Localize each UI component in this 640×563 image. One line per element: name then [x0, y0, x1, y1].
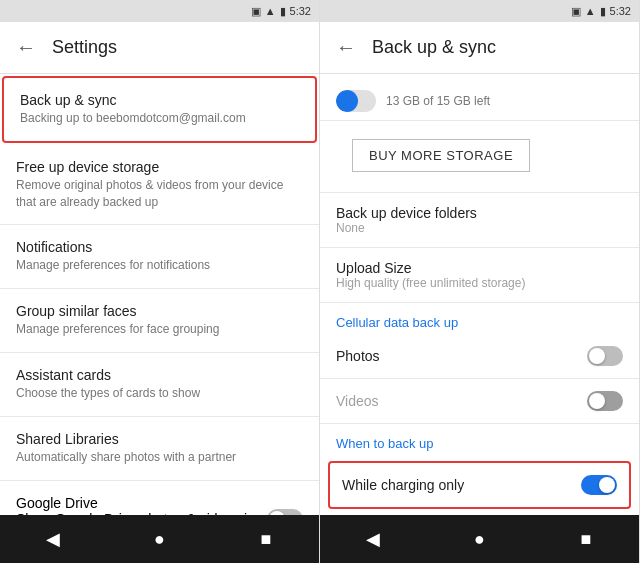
backup-subtitle: Backing up to beebomdotcom@gmail.com — [20, 110, 299, 127]
while-charging-toggle[interactable] — [581, 475, 617, 495]
assistant-subtitle: Choose the types of cards to show — [16, 385, 303, 402]
left-panel: ▣ ▲ ▮ 5:32 ← Settings Back up & sync Bac… — [0, 0, 320, 563]
left-content: Back up & sync Backing up to beebomdotco… — [0, 74, 319, 515]
videos-label: Videos — [336, 393, 379, 409]
free-up-title: Free up device storage — [16, 159, 303, 175]
right-nav-home[interactable]: ● — [459, 519, 499, 559]
notifications-subtitle: Manage preferences for notifications — [16, 257, 303, 274]
settings-item-assistant[interactable]: Assistant cards Choose the types of card… — [0, 353, 319, 417]
cellular-section-label: Cellular data back up — [320, 303, 639, 334]
right-nav-recent[interactable]: ■ — [566, 519, 606, 559]
settings-item-free-up[interactable]: Free up device storage Remove original p… — [0, 145, 319, 226]
libraries-subtitle: Automatically share photos with a partne… — [16, 449, 303, 466]
right-battery-icon: ▮ — [600, 5, 606, 18]
right-status-icons: ▣ ▲ ▮ 5:32 — [571, 5, 631, 18]
right-sim-icon: ▣ — [571, 5, 581, 18]
free-up-subtitle: Remove original photos & videos from you… — [16, 177, 303, 211]
upload-size-value: High quality (free unlimited storage) — [336, 276, 525, 290]
left-nav-recent[interactable]: ■ — [246, 519, 286, 559]
photos-row[interactable]: Photos — [320, 334, 639, 379]
left-title: Settings — [52, 37, 117, 58]
storage-visual — [336, 90, 376, 112]
buy-storage-button[interactable]: BUY MORE STORAGE — [352, 139, 530, 172]
settings-item-libraries[interactable]: Shared Libraries Automatically share pho… — [0, 417, 319, 481]
photos-label: Photos — [336, 348, 380, 364]
storage-section: 13 GB of 15 GB left — [320, 74, 639, 121]
left-nav-bar: ◀ ● ■ — [0, 515, 319, 563]
backup-folders-value: None — [336, 221, 477, 235]
left-header: ← Settings — [0, 22, 319, 74]
battery-icon: ▮ — [280, 5, 286, 18]
backup-folders-row[interactable]: Back up device folders None — [320, 193, 639, 248]
right-panel: ▣ ▲ ▮ 5:32 ← Back up & sync 13 GB of 15 … — [320, 0, 640, 563]
right-header: ← Back up & sync — [320, 22, 639, 74]
notifications-title: Notifications — [16, 239, 303, 255]
right-status-bar: ▣ ▲ ▮ 5:32 — [320, 0, 639, 22]
while-charging-knob — [599, 477, 615, 493]
drive-toggle[interactable] — [267, 509, 303, 515]
upload-size-title: Upload Size — [336, 260, 525, 276]
faces-subtitle: Manage preferences for face grouping — [16, 321, 303, 338]
status-icons: ▣ ▲ ▮ 5:32 — [251, 5, 311, 18]
settings-item-backup[interactable]: Back up & sync Backing up to beebomdotco… — [2, 76, 317, 143]
right-content: 13 GB of 15 GB left BUY MORE STORAGE Bac… — [320, 74, 639, 515]
right-time: 5:32 — [610, 5, 631, 17]
right-back-button[interactable]: ← — [336, 36, 356, 59]
photos-toggle-knob — [589, 348, 605, 364]
videos-row[interactable]: Videos — [320, 379, 639, 424]
right-title: Back up & sync — [372, 37, 496, 58]
time-left: 5:32 — [290, 5, 311, 17]
wifi-icon: ▲ — [265, 5, 276, 17]
when-section-label: When to back up — [320, 424, 639, 455]
backup-title: Back up & sync — [20, 92, 299, 108]
upload-size-row[interactable]: Upload Size High quality (free unlimited… — [320, 248, 639, 303]
right-nav-back[interactable]: ◀ — [353, 519, 393, 559]
assistant-title: Assistant cards — [16, 367, 303, 383]
while-charging-row[interactable]: While charging only — [328, 461, 631, 509]
storage-text: 13 GB of 15 GB left — [386, 94, 490, 108]
videos-toggle-knob — [589, 393, 605, 409]
videos-toggle[interactable] — [587, 391, 623, 411]
settings-item-faces[interactable]: Group similar faces Manage preferences f… — [0, 289, 319, 353]
right-nav-bar: ◀ ● ■ — [320, 515, 639, 563]
left-back-button[interactable]: ← — [16, 36, 36, 59]
left-nav-home[interactable]: ● — [139, 519, 179, 559]
sim-icon: ▣ — [251, 5, 261, 18]
faces-title: Group similar faces — [16, 303, 303, 319]
drive-title: Google Drive — [16, 495, 255, 511]
left-nav-back[interactable]: ◀ — [33, 519, 73, 559]
libraries-title: Shared Libraries — [16, 431, 303, 447]
storage-bar: 13 GB of 15 GB left — [336, 90, 623, 112]
storage-fill — [336, 90, 358, 112]
settings-item-notifications[interactable]: Notifications Manage preferences for not… — [0, 225, 319, 289]
photos-toggle[interactable] — [587, 346, 623, 366]
backup-folders-title: Back up device folders — [336, 205, 477, 221]
settings-item-google-drive[interactable]: Google Drive Show Google Drive photos & … — [0, 481, 319, 515]
left-status-bar: ▣ ▲ ▮ 5:32 — [0, 0, 319, 22]
drive-toggle-knob — [269, 511, 285, 515]
while-charging-label: While charging only — [342, 477, 464, 493]
right-wifi-icon: ▲ — [585, 5, 596, 17]
